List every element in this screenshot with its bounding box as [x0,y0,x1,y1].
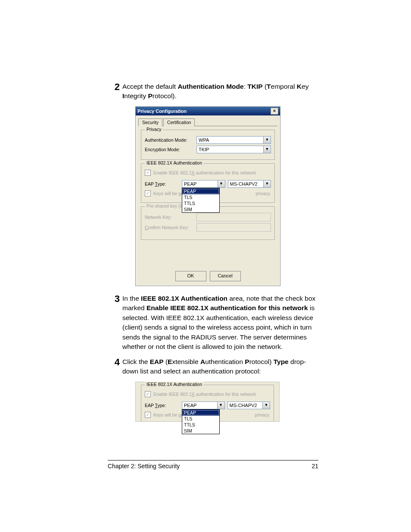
step-number: 2 [108,82,120,101]
group-legend: IEEE 802.1X Authentication [145,382,204,387]
combo-value: PEAP [182,180,218,188]
eap-type-dropdown-list[interactable]: PEAP TLS TTLS SIM [182,409,220,434]
combo-eap-type[interactable]: PEAP ▼ [182,180,225,188]
label-privacy-suffix: privacy. [255,412,270,417]
text: uthentication [205,358,245,365]
group-legend: Privacy [145,127,163,132]
label-privacy-suffix: privacy. [256,191,271,196]
label-network-key: Network Key: [145,215,196,220]
combo-encryption-mode[interactable]: TKIP ▼ [196,146,271,153]
close-button[interactable]: × [271,108,278,115]
tab-strip: Security Certification [138,118,277,126]
chevron-down-icon[interactable]: ▼ [218,401,225,409]
row-network-key: Network Key: [145,213,271,221]
option-tls[interactable]: TLS [182,194,219,200]
row-encryption-mode: Encryption Mode: TKIP ▼ [145,146,271,153]
chevron-down-icon[interactable]: ▼ [264,180,271,188]
label-enable-8021x: Enable IEEE 802.1X authentication for th… [153,170,256,175]
text-bold: EAP [150,358,164,365]
combo-value: MS-CHAPV2 [228,180,264,188]
cancel-button[interactable]: Cancel [210,271,241,281]
text: ( [164,358,168,365]
checkbox-keys-generated[interactable]: ✓ [145,190,151,196]
option-ttls[interactable]: TTLS [182,422,219,428]
input-network-key[interactable] [196,213,271,221]
text: In the [122,295,141,302]
row-eap-type: EAP Type: PEAP ▼ MS-CHAPV2 ▼ [145,401,270,409]
label-eap-type: EAP Type: [145,181,182,187]
combo-eap-method[interactable]: MS-CHAPV2 ▼ [227,401,271,409]
combo-eap-type[interactable]: PEAP ▼ [182,401,225,409]
text: ey [302,83,308,90]
text: : [244,83,248,90]
group-legend: IEEE 802.1X Authentication [145,160,204,165]
chevron-down-icon[interactable]: ▼ [263,401,270,409]
text-bold: K [297,83,302,90]
step-number: 4 [108,357,120,376]
step-number: 3 [108,294,120,352]
combo-value: PEAP [182,401,218,409]
chevron-down-icon[interactable]: ▼ [264,136,271,144]
text: ( [263,83,267,90]
checkbox-enable-8021x[interactable]: ✓ [145,391,151,397]
group-privacy: Privacy Authentication Mode: WPA ▼ Encry… [141,130,275,160]
label-auth-mode: Authentication Mode: [145,137,196,143]
label-enable-8021x: Enable IEEE 802.1X authentication for th… [153,392,256,397]
option-tls[interactable]: TLS [182,416,219,422]
dialog-button-row: OK Cancel [136,268,280,286]
combo-value: WPA [196,136,264,144]
checkbox-enable-8021x[interactable]: ✓ [145,170,151,176]
text: Accept the default [122,83,177,90]
footer-chapter: Chapter 2: Setting Security [108,463,180,470]
figure-ieee-panel: IEEE 802.1X Authentication ✓ Enable IEEE… [135,382,318,422]
tab-certification[interactable]: Certification [163,118,195,126]
option-ttls[interactable]: TTLS [182,200,219,206]
combo-value: TKIP [196,146,264,153]
input-confirm-key[interactable] [196,223,271,232]
group-ieee-8021x: IEEE 802.1X Authentication ✓ Enable IEEE… [141,163,275,203]
figure-privacy-dialog: Privacy Configuration × Security Certifi… [135,106,318,286]
footer-page-number: 21 [311,463,318,470]
eap-type-dropdown-list[interactable]: PEAP TLS TTLS SIM [182,188,220,213]
privacy-configuration-dialog: Privacy Configuration × Security Certifi… [135,106,280,286]
text-bold: A [200,358,205,365]
row-auth-mode: Authentication Mode: WPA ▼ [145,136,271,144]
text-bold: Enable IEEE 802.1X authentication for th… [146,304,308,311]
step-body: In the IEEE 802.1X Authentication area, … [122,294,318,352]
ok-button[interactable]: OK [175,271,206,281]
label-encryption-mode: Encryption Mode: [145,147,196,152]
text-bold: TKIP [247,83,262,90]
text-bold: P [245,358,249,365]
text-bold: Authentication Mode [177,83,243,90]
option-sim[interactable]: SIM [182,206,219,212]
checkbox-keys-generated[interactable]: ✓ [145,412,151,418]
tab-pane: Privacy Authentication Mode: WPA ▼ Encry… [136,126,280,268]
tab-security[interactable]: Security [138,118,162,126]
combo-eap-method[interactable]: MS-CHAPV2 ▼ [228,180,271,188]
text: emporal [271,83,297,90]
option-peap[interactable]: PEAP [182,188,219,194]
row-confirm-key: Confirm Network Key: [145,223,271,232]
dialog-title: Privacy Configuration [137,109,187,114]
label-eap-type: EAP Type: [145,403,182,408]
combo-auth-mode[interactable]: WPA ▼ [196,136,271,144]
text-bold: Type [274,358,289,365]
text: ntegrity [124,92,148,100]
step-2: 2 Accept the default Authentication Mode… [108,82,318,101]
chevron-down-icon[interactable]: ▼ [264,146,271,153]
chevron-down-icon[interactable]: ▼ [218,180,225,188]
page-footer: Chapter 2: Setting Security 21 [108,463,318,470]
row-eap-type: EAP Type: PEAP ▼ MS-CHAPV2 ▼ [145,180,271,188]
option-peap[interactable]: PEAP [182,410,219,416]
step-body: Click the EAP (Extensible Authentication… [122,357,318,376]
text-bold: E [168,358,172,365]
label-confirm-key: Confirm Network Key: [145,225,196,230]
text: rotocol). [153,92,177,100]
step-4: 4 Click the EAP (Extensible Authenticati… [108,357,318,376]
step-body: Accept the default Authentication Mode: … [122,82,318,101]
option-sim[interactable]: SIM [182,428,219,434]
text-bold: T [267,83,271,90]
text-bold: P [148,92,152,100]
row-enable-8021x: ✓ Enable IEEE 802.1X authentication for … [145,391,270,397]
dialog-titlebar: Privacy Configuration × [136,107,280,115]
